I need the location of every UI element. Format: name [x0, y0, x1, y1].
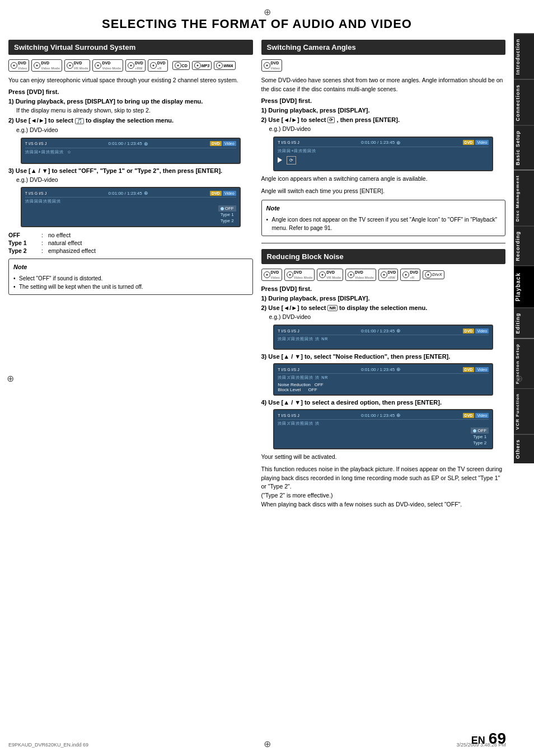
sidebar-tab-basic-setup[interactable]: Basic Setup: [514, 125, 534, 170]
camera-angles-section: Switching Camera Angles DVDVideo Some DV…: [261, 40, 506, 236]
ca-angle-note1: Angle icon appears when a switching came…: [261, 175, 506, 184]
media-badge-cd: CD: [172, 61, 190, 70]
noise-badge-dvd-videomode2: DVDVideo Mode: [345, 269, 376, 281]
vs-osd-icons-1: T I/S G I/S J: [25, 142, 46, 145]
noise-activated-text: Your setting will be activated.: [261, 453, 506, 462]
vs-step2: 2) Use [◄/►] to select 🎵 to display the …: [8, 117, 253, 124]
reducing-noise-header: Reducing Block Noise: [261, 249, 506, 264]
sidebar-tab-connections[interactable]: Connections: [514, 79, 534, 126]
noise-step3: 3) Use [▲ / ▼] to, select "Noise Reducti…: [261, 353, 506, 360]
vs-osd-dvd-badge-2: DVD: [210, 191, 222, 196]
ca-osd-top-bar: T I/S G I/S J 0:01:00 / 1:23:45 ⊕: [278, 140, 489, 147]
vs-step1-sub: If the display menu is already shown, sk…: [16, 106, 253, 115]
vs-definitions: OFF : no effect Type 1 : natural effect …: [8, 232, 253, 254]
crosshair-top-icon: ⊕: [264, 7, 271, 17]
bottom-bar: E9PKAUD_DVR620KU_EN.indd 69 3/25/2009 3:…: [8, 742, 506, 748]
main-content: SELECTING THE FORMAT OF AUDIO AND VIDEO …: [0, 0, 514, 550]
left-column: Switching Virtual Surround System DVDVid…: [8, 40, 253, 295]
ca-angle-icon: ⟳: [327, 117, 335, 123]
def-type2: Type 2 : emphasized effect: [8, 247, 253, 254]
vs-note-item-1: Select "OFF" if sound is distorted.: [13, 274, 248, 283]
sidebar-tab-vcr-function[interactable]: VCR Function: [514, 388, 534, 434]
vs-osd-icons-2: T I/S G I/S J: [25, 191, 46, 195]
dvd-disc-icon: [11, 62, 17, 69]
wma-disc-icon: [216, 62, 223, 69]
en-label: EN: [471, 735, 485, 746]
dvd-disc-icon-6: [150, 62, 157, 69]
vs-note-item-2: The setting will be kept when the unit i…: [13, 283, 248, 291]
noise-osd-top-bar-3: T I/S G I/S J 0:01:00 / 1:23:45 ⊕: [278, 412, 489, 420]
noise-badge-dvd-videomode: DVDVideo Mode: [284, 269, 315, 281]
cd-disc-icon: [175, 62, 181, 69]
virtual-surround-header: Switching Virtual Surround System: [8, 40, 253, 55]
sidebar-tab-recording[interactable]: Recording: [514, 226, 534, 266]
noise-osd-screen-1: T I/S G I/S J 0:01:00 / 1:23:45 ⊕: [273, 325, 493, 350]
noise-dvd-icon-4: [348, 271, 354, 278]
noise-dvd-icon-1: [264, 271, 270, 278]
sidebar-tab-editing[interactable]: Editing: [514, 308, 534, 339]
play-arrow-icon: [278, 157, 282, 163]
virtual-surround-intro: You can enjoy stereophonic virtual space…: [8, 76, 253, 85]
def-type1: Type 1 : natural effect: [8, 240, 253, 246]
noise-step1: 1) During playback, press [DISPLAY].: [261, 295, 506, 302]
noise-osd-screen-2: T I/S G I/S J 0:01:00 / 1:23:45 ⊕: [273, 363, 493, 396]
camera-intro: Some DVD-video have scenes shot from two…: [261, 76, 506, 94]
camera-angles-media-icons: DVDVideo: [261, 59, 506, 72]
media-badge-camera-dvd: DVDVideo: [261, 59, 282, 72]
dvd-disc-icon-5: [128, 62, 134, 69]
media-badge-dvd-video: DVDVideo: [8, 59, 29, 72]
ca-note-title: Note: [266, 204, 501, 213]
media-badge-wma: WMA: [214, 61, 236, 70]
media-badge-dvd-videomode2: DVDVideo Mode: [92, 59, 123, 72]
page-wrapper: ⊕ ⊕ Introduction Connections Basic Setup…: [0, 0, 534, 756]
section-divider: [261, 243, 506, 243]
media-badge-dvd-plusrw: DVD+RW: [125, 59, 146, 72]
noise-badge-dvd-plusrw: DVD+RW: [378, 269, 399, 281]
divx-disc-icon: [425, 271, 432, 278]
noise-badge-dvd-vrmode: DVDVR Mode: [317, 269, 343, 281]
dvd-disc-icon-4: [95, 62, 101, 69]
right-sidebar: Introduction Connections Basic Setup Dis…: [514, 34, 534, 463]
vs-step0: Press [DVD] first.: [8, 88, 253, 95]
vs-note-title: Note: [13, 262, 248, 272]
page-number-area: EN 69: [471, 730, 506, 748]
crosshair-right-icon: ⊕: [516, 373, 523, 383]
noise-dvd-icon-5: [381, 271, 387, 278]
ca-step2: 2) Use [◄/►] to select ⟳ , then press [E…: [261, 116, 506, 124]
vs-step3-example: e.g.) DVD-video: [16, 176, 253, 184]
camera-angles-header: Switching Camera Angles: [261, 40, 506, 55]
noise-osd-top-bar-2: T I/S G I/S J 0:01:00 / 1:23:45 ⊕: [278, 367, 489, 374]
sidebar-tab-playback[interactable]: Playback: [514, 265, 534, 308]
noise-dvd-icon-3: [319, 271, 326, 278]
vs-radio-off: [221, 207, 224, 210]
noise-osd-screen-3: T I/S G I/S J 0:01:00 / 1:23:45 ⊕: [273, 409, 493, 449]
right-column: Switching Camera Angles DVDVideo Some DV…: [261, 40, 506, 516]
angle-icon-box: ⟳: [287, 156, 296, 165]
vs-osd-video-badge-2: Video: [223, 191, 236, 196]
page-title: SELECTING THE FORMAT OF AUDIO AND VIDEO: [8, 6, 505, 40]
sidebar-tab-disc-management[interactable]: Disc Management: [514, 170, 534, 226]
crosshair-bottom-icon: ⊕: [264, 739, 271, 749]
sidebar-tab-others[interactable]: Others: [514, 434, 534, 463]
noise-step4: 4) Use [▲ / ▼] to select a desired optio…: [261, 399, 506, 406]
noise-radio-off: [473, 429, 476, 433]
ca-note-item-1: Angle icon does not appear on the TV scr…: [266, 215, 501, 232]
dvd-disc-icon-2: [34, 62, 40, 69]
vs-osd-screen-2: T I/S G I/S J 0:01:00 / 1:23:45 ⊕ DVD: [21, 187, 241, 227]
noise-step2: 2) Use [◄/►] to select NR to display the…: [261, 304, 506, 312]
page-number: 69: [489, 730, 506, 748]
media-badge-dvd-vrmode: DVDVR Mode: [64, 59, 91, 72]
noise-step0: Press [DVD] first.: [261, 285, 506, 292]
footer-left: E9PKAUD_DVR620KU_EN.indd 69: [8, 742, 88, 748]
noise-dvd-icon-2: [287, 271, 293, 278]
ca-osd-icons: T I/S G I/S J: [278, 140, 299, 144]
vs-step2-example: e.g.) DVD-video: [16, 126, 253, 134]
vs-osd-screen-1: T I/S G I/S J 0:01:00 / 1:23:45 ⊕ DVD: [21, 138, 241, 164]
ca-step2-example: e.g.) DVD-video: [269, 125, 506, 133]
two-column-layout: Switching Virtual Surround System DVDVid…: [8, 40, 505, 516]
noise-nr-icon: NR: [327, 305, 338, 311]
sidebar-tab-introduction[interactable]: Introduction: [514, 34, 534, 79]
vs-selection-icon: 🎵: [75, 118, 84, 124]
def-off: OFF : no effect: [8, 232, 253, 238]
vs-osd-top-bar-1: T I/S G I/S J 0:01:00 / 1:23:45 ⊕ DVD: [25, 141, 236, 148]
